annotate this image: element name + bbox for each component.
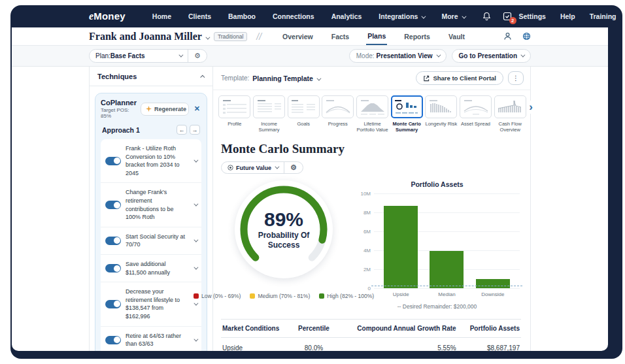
thumb-lifetime-portfolio-value[interactable]: Lifetime Portfolio Value <box>356 95 389 133</box>
probability-label: Probability OfSuccess <box>258 231 310 250</box>
nav-item-connections[interactable]: Connections <box>273 12 314 20</box>
nav-item-training[interactable]: Training <box>590 12 617 20</box>
nav-item-help[interactable]: Help <box>560 12 575 20</box>
slide-carousel: Profile Income Summary Goals Progress <box>213 90 530 135</box>
technique-row[interactable]: Frank - Utilize Roth Conversion to 10% b… <box>101 139 201 183</box>
nav-item-analytics[interactable]: Analytics <box>331 12 362 20</box>
desired-remainder-note: -- Desired Remainder: $200,000 <box>354 303 520 310</box>
techniques-title: Techniques <box>97 73 137 80</box>
share-icon <box>423 75 430 82</box>
bell-icon[interactable] <box>482 12 491 21</box>
notification-badge: 2 <box>509 17 516 24</box>
approach-next-button[interactable]: → <box>190 125 200 135</box>
future-value-dropdown[interactable]: Future Value <box>222 162 284 173</box>
tab-plans[interactable]: Plans <box>366 27 387 45</box>
kebab-icon: ⋮ <box>513 74 519 82</box>
thumb-progress[interactable]: Progress <box>322 95 354 133</box>
thumb-profile[interactable]: Profile <box>218 95 251 133</box>
thumb-longevity-risk[interactable]: Longevity Risk <box>425 95 458 133</box>
tasks-icon[interactable]: 2 <box>503 12 512 21</box>
technique-toggle[interactable] <box>105 264 121 273</box>
technique-row[interactable]: Save additional $11,500 annually <box>101 255 201 282</box>
tab-reports[interactable]: Reports <box>403 28 431 44</box>
person-icon[interactable] <box>503 32 512 41</box>
x-axis-label: Upside <box>384 291 418 297</box>
technique-row[interactable]: Decrease your retirement lifestyle to $1… <box>101 282 201 326</box>
plan-selector: Plan:Base Facts ⚙ <box>89 49 207 63</box>
chevron-down-icon <box>178 53 183 58</box>
template-bar: Template: Planning Template Share to Cli… <box>213 67 530 90</box>
technique-toggle[interactable] <box>105 237 121 245</box>
technique-row[interactable]: Retire at 64/63 rather than 63/63 <box>101 327 201 352</box>
legend-low-swatch <box>194 293 199 299</box>
chevron-down-icon <box>316 76 321 80</box>
mode-dropdown[interactable]: Mode:Presentation View <box>349 49 447 63</box>
approach-title: Approach 1 <box>102 126 140 134</box>
plan-bar: Plan:Base Facts ⚙ Mode:Presentation View… <box>12 46 608 67</box>
techniques-sidebar: Techniques CoPlanner Target POS: 85% Reg… <box>89 67 213 351</box>
chevron-down-icon <box>205 35 210 39</box>
technique-toggle[interactable] <box>105 336 121 344</box>
x-axis-label: Median <box>430 291 464 297</box>
sparkle-icon <box>146 106 152 112</box>
gridline <box>374 288 520 289</box>
carousel-next-button[interactable]: › <box>529 101 533 114</box>
probability-gauge: 89% Probability OfSuccess Low (0% - 69%)… <box>213 176 354 310</box>
tab-facts[interactable]: Facts <box>330 28 350 44</box>
nav-item-bamboo[interactable]: Bamboo <box>228 12 256 20</box>
nav-item-home[interactable]: Home <box>152 12 171 20</box>
thumb-goals[interactable]: Goals <box>287 95 320 133</box>
nav-item-more[interactable]: More <box>441 12 464 20</box>
chevron-down-icon <box>436 53 441 58</box>
nav-item-settings[interactable]: Settings <box>519 12 546 20</box>
thumb-monte-carlo-summary[interactable]: Monte Carlo Summary <box>390 95 423 133</box>
technique-row[interactable]: Start Social Security at 70/70 <box>101 227 201 255</box>
more-options-button[interactable]: ⋮ <box>508 71 524 85</box>
share-to-client-portal-button[interactable]: Share to Client Portal <box>416 71 503 85</box>
chart-title: Portfolio Assets <box>354 180 520 188</box>
chevron-down-icon <box>462 14 466 19</box>
go-to-presentation-button[interactable]: Go to Presentation <box>452 49 531 63</box>
client-header: Frank and Joanna Miller Traditional // O… <box>12 27 608 46</box>
table-header-row: Market Conditions Percentile Compound An… <box>221 320 521 338</box>
nav-item-clients[interactable]: Clients <box>188 12 211 20</box>
app-window: eMoney Home Clients Bamboo Connections A… <box>10 5 622 359</box>
regenerate-button[interactable]: Regenerate <box>141 103 189 115</box>
legend-high-swatch <box>319 293 324 299</box>
gear-icon: ⚙ <box>290 163 297 172</box>
technique-toggle[interactable] <box>105 300 121 308</box>
globe-icon[interactable] <box>522 32 531 41</box>
collapse-chevron-icon[interactable] <box>200 74 205 79</box>
chevron-down-icon <box>194 301 198 305</box>
app-content: Frank and Joanna Miller Traditional // O… <box>12 27 608 351</box>
target-pos: Target POS: 85% <box>101 107 137 119</box>
tab-overview[interactable]: Overview <box>281 28 314 44</box>
thumb-asset-spread[interactable]: Asset Spread <box>460 95 492 133</box>
template-dropdown[interactable]: Planning Template <box>252 74 320 82</box>
chevron-down-icon <box>194 337 198 341</box>
filter-settings-button[interactable]: ⚙ <box>284 162 303 173</box>
technique-toggle[interactable] <box>105 201 121 209</box>
nav-item-integrations[interactable]: Integrations <box>379 12 424 20</box>
thumb-income-summary[interactable]: Income Summary <box>253 95 286 133</box>
plan-dropdown[interactable]: Plan:Base Facts <box>90 50 188 62</box>
coplanner-title: CoPlanner <box>101 99 137 107</box>
legend-medium-swatch <box>250 293 255 299</box>
client-name[interactable]: Frank and Joanna Miller <box>89 31 209 42</box>
gear-icon: ⚙ <box>194 52 201 60</box>
chevron-down-icon <box>194 157 198 162</box>
chevron-down-icon <box>194 237 198 242</box>
bar-upside <box>384 206 418 288</box>
emoney-logo[interactable]: eMoney <box>89 10 126 22</box>
close-icon[interactable]: ✕ <box>193 105 201 113</box>
plan-settings-button[interactable]: ⚙ <box>188 50 207 62</box>
y-tick-label: 8M <box>363 210 371 216</box>
approach-prev-button[interactable]: ← <box>177 125 187 135</box>
y-tick-label: 2M <box>363 267 371 273</box>
tab-vault[interactable]: Vault <box>447 28 466 44</box>
col-market-conditions: Market Conditions <box>221 320 294 338</box>
technique-toggle[interactable] <box>105 157 121 165</box>
technique-row[interactable]: Change Frank's retirement contributions … <box>101 183 201 227</box>
chevron-right-icon: › <box>529 101 533 113</box>
thumb-cash-flow-overview[interactable]: Cash Flow Overview <box>494 95 526 133</box>
